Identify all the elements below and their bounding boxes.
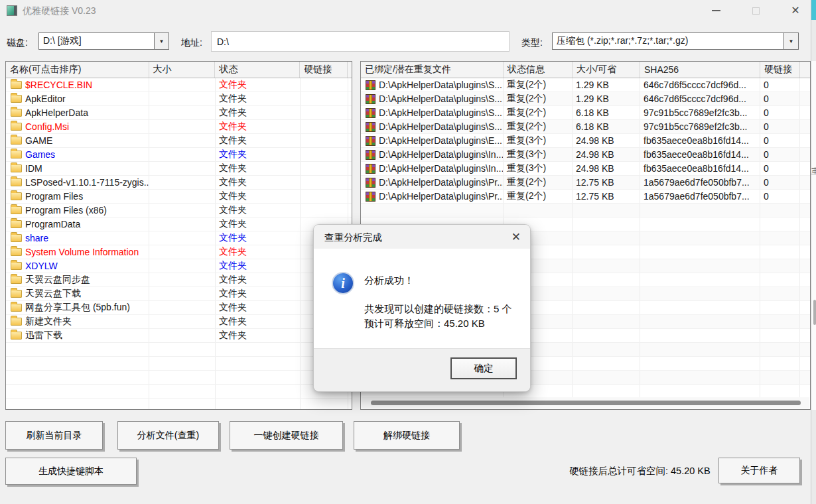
column-header[interactable]: 硬链接: [300, 62, 348, 78]
duplicate-links: 0: [760, 162, 800, 175]
table-row[interactable]: D:\ApkHelperData\plugins\Pr...重复(2个)12.7…: [361, 176, 810, 190]
table-row[interactable]: 网盘分享工具包 (5pb.fun)文件夹: [6, 301, 352, 315]
table-row[interactable]: 新建文件夹文件夹: [6, 315, 352, 329]
duplicate-sha256: [640, 245, 760, 259]
table-row[interactable]: LSPosed-v1.10.1-7115-zygis...文件夹: [6, 176, 352, 190]
table-row[interactable]: D:\ApkHelperData\plugins\In...重复(3个)24.9…: [361, 148, 810, 162]
duplicate-path: D:\ApkHelperData\plugins\S...: [379, 107, 502, 118]
duplicate-path: D:\ApkHelperData\plugins\S...: [379, 80, 502, 90]
dialog-close-icon[interactable]: ✕: [511, 230, 521, 244]
table-row[interactable]: Games文件夹: [6, 148, 352, 162]
create-hardlinks-button[interactable]: 一键创建硬链接: [230, 421, 343, 450]
file-status: 文件夹: [216, 287, 301, 300]
table-row[interactable]: Program Files (x86)文件夹: [6, 204, 352, 218]
table-row[interactable]: ProgramData文件夹: [6, 218, 352, 231]
table-row[interactable]: $RECYCLE.BIN文件夹: [6, 78, 352, 92]
table-row[interactable]: Config.Msi文件夹: [6, 120, 352, 134]
duplicate-links: [760, 301, 800, 314]
table-row[interactable]: ApkEditor文件夹: [6, 92, 352, 106]
duplicate-sha256: 646c7d6f5cccc7dcf96d...: [640, 78, 760, 92]
table-row[interactable]: XDYLW文件夹: [6, 259, 352, 273]
table-row[interactable]: IDM文件夹: [6, 162, 352, 176]
horizontal-scrollbar[interactable]: [362, 397, 809, 409]
ok-button[interactable]: 确定: [450, 357, 517, 379]
app-icon: [7, 5, 17, 16]
table-row[interactable]: D:\ApkHelperData\plugins\S...重复(2个)1.29 …: [361, 78, 810, 92]
app-window: 优雅硬链接 V0.23 ✕ 磁盘: D:\ [游戏] ▼ 地址: 类型: 压缩包…: [0, 0, 816, 504]
table-row[interactable]: Program Files文件夹: [6, 190, 352, 204]
table-row[interactable]: D:\ApkHelperData\plugins\Pr...重复(2个)12.7…: [361, 190, 810, 204]
file-links: [301, 204, 348, 217]
file-name: 网盘分享工具包 (5pb.fun): [25, 302, 130, 314]
chevron-down-icon[interactable]: ▼: [783, 33, 798, 49]
table-row[interactable]: ApkHelperData文件夹: [6, 106, 352, 120]
type-select[interactable]: 压缩包 (*.zip;*.rar;*.7z;*.tar;*.gz) ▼: [552, 32, 799, 50]
file-links: [301, 148, 348, 161]
table-row[interactable]: System Volume Information文件夹: [6, 245, 352, 259]
duplicate-sha256: [640, 315, 760, 328]
duplicate-sha256: fb635aece0ea8b16fd14...: [640, 134, 760, 147]
analysis-complete-dialog: 查重分析完成 ✕ i 分析成功！ 共发现可以创建的硬链接数：5 个 预计可释放空…: [313, 224, 531, 392]
duplicate-path: D:\ApkHelperData\plugins\S...: [379, 94, 502, 104]
table-row[interactable]: 天翼云盘下载文件夹: [6, 287, 352, 301]
duplicate-size: [573, 259, 640, 273]
chevron-down-icon[interactable]: ▼: [154, 33, 169, 49]
folder-icon: [11, 276, 22, 284]
column-header[interactable]: 大小/可省: [573, 62, 640, 78]
about-author-button[interactable]: 关于作者: [718, 458, 800, 483]
refresh-directory-button[interactable]: 刷新当前目录: [5, 421, 103, 450]
column-header[interactable]: 已绑定/潜在重复文件: [361, 62, 504, 78]
table-row-empty: [6, 385, 352, 399]
unbind-hardlinks-button[interactable]: 解绑硬链接: [354, 421, 460, 450]
duplicate-size: [573, 357, 640, 370]
duplicate-links: [760, 259, 800, 273]
column-header[interactable]: 硬链接: [760, 62, 800, 78]
table-row[interactable]: D:\ApkHelperData\plugins\S...重复(2个)1.29 …: [361, 92, 810, 106]
table-row[interactable]: D:\ApkHelperData\plugins\S...重复(2个)6.18 …: [361, 106, 810, 120]
duplicate-size: [573, 273, 640, 286]
duplicate-links: [760, 218, 800, 231]
duplicate-links: 0: [760, 106, 800, 119]
table-row[interactable]: 天翼云盘同步盘文件夹: [6, 273, 352, 287]
duplicate-path: D:\ApkHelperData\plugins\Pr...: [379, 177, 504, 188]
file-size: [149, 190, 216, 203]
file-status: 文件夹: [216, 120, 301, 133]
table-row[interactable]: 迅雷下载文件夹: [6, 329, 352, 343]
folder-icon: [11, 206, 22, 214]
analyze-files-button[interactable]: 分析文件(查重): [117, 421, 219, 450]
file-name: 迅雷下载: [25, 330, 62, 342]
column-header[interactable]: 大小: [149, 62, 216, 78]
background-text-fragment: 重: [811, 166, 816, 177]
file-name: share: [25, 233, 48, 243]
file-status: 文件夹: [216, 204, 301, 217]
table-row[interactable]: share文件夹: [6, 231, 352, 245]
duplicate-status: 重复(2个): [504, 176, 573, 189]
column-header[interactable]: 状态: [215, 62, 300, 78]
table-row[interactable]: GAME文件夹: [6, 134, 352, 148]
file-size: [149, 176, 216, 189]
scrollbar-thumb[interactable]: [371, 401, 801, 405]
close-button[interactable]: ✕: [780, 0, 811, 21]
folder-icon: [11, 290, 22, 298]
file-name: IDM: [25, 163, 42, 174]
table-row[interactable]: D:\ApkHelperData\plugins\In...重复(3个)24.9…: [361, 162, 810, 176]
table-row[interactable]: D:\ApkHelperData\plugins\E...重复(3个)24.98…: [361, 134, 810, 148]
duplicate-sha256: 646c7d6f5cccc7dcf96d...: [640, 92, 760, 105]
maximize-button[interactable]: [740, 0, 771, 21]
file-status: 文件夹: [216, 78, 301, 92]
duplicate-size: 1.29 KB: [573, 92, 640, 105]
column-header[interactable]: SHA256: [640, 62, 760, 78]
minimize-button[interactable]: [701, 0, 731, 21]
generate-script-button[interactable]: 生成快捷键脚本: [5, 458, 137, 485]
address-input[interactable]: [211, 31, 510, 52]
disk-select[interactable]: D:\ [游戏] ▼: [38, 32, 169, 50]
duplicate-links: [760, 385, 800, 397]
column-header[interactable]: 状态信息: [504, 62, 573, 78]
table-row[interactable]: D:\ApkHelperData\plugins\S...重复(2个)6.18 …: [361, 120, 810, 134]
file-size: [149, 92, 216, 105]
file-name: 天翼云盘同步盘: [25, 274, 90, 286]
column-header[interactable]: 名称(可点击排序): [6, 62, 149, 78]
file-status: [216, 343, 301, 356]
column-header-filler: [800, 62, 810, 78]
file-links: [301, 176, 348, 189]
